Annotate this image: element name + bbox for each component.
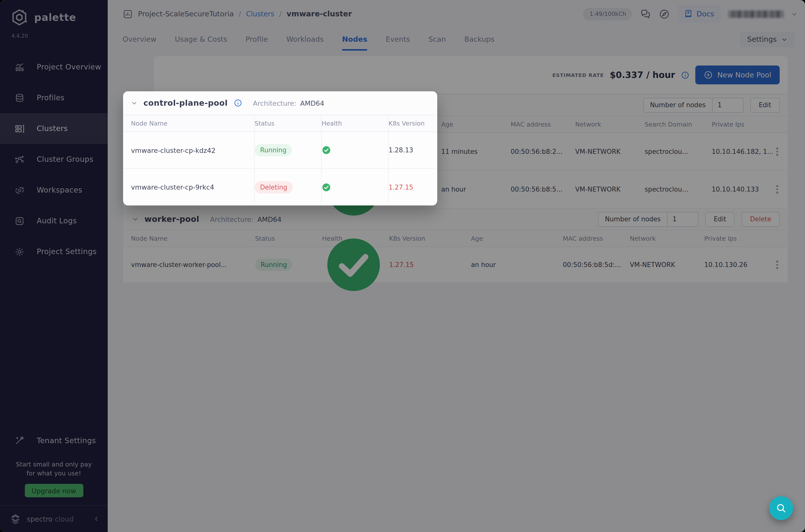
- breadcrumb-clusters-link[interactable]: Clusters: [246, 10, 274, 18]
- new-node-pool-button[interactable]: New Node Pool: [695, 65, 780, 84]
- sidebar-item-project-settings[interactable]: Project Settings: [0, 236, 108, 267]
- sidebar-item-label: Profiles: [37, 93, 64, 102]
- col-node-name: Node Name: [131, 235, 255, 242]
- number-of-nodes-input[interactable]: 1: [712, 98, 743, 112]
- server-rack-icon: [14, 123, 25, 134]
- row-menu-icon[interactable]: [774, 261, 781, 269]
- number-of-nodes-input[interactable]: 1: [667, 212, 698, 226]
- architecture-label: Architecture:: [253, 99, 296, 107]
- compass-icon[interactable]: [659, 8, 670, 20]
- health-ok-icon: [322, 233, 385, 296]
- delete-pool-button[interactable]: Delete: [742, 212, 780, 227]
- cluster-tabs: Overview Usage & Costs Profile Workloads…: [122, 28, 494, 51]
- pool-info-icon[interactable]: [233, 99, 242, 107]
- private-ips: 10.10.146.182, 1...: [712, 148, 774, 155]
- worker-pool-header: worker-pool Architecture: AMD64 Number o…: [123, 208, 788, 230]
- col-node-name: Node Name: [131, 120, 254, 127]
- tab-scan[interactable]: Scan: [428, 28, 446, 51]
- sidebar-item-label: Clusters: [37, 124, 68, 133]
- status-badge: Running: [255, 259, 292, 271]
- k8s-version: 1.28.13: [388, 132, 437, 168]
- architecture-value: AMD64: [300, 99, 324, 107]
- row-menu-icon[interactable]: [774, 148, 781, 156]
- k8s-version: 1.27.15: [388, 169, 437, 206]
- sidebar-item-cluster-groups[interactable]: Cluster Groups: [0, 144, 108, 175]
- spectro-cloud-wordmark: spectro cloud: [27, 515, 74, 523]
- chevron-down-icon[interactable]: [132, 216, 138, 222]
- number-of-nodes-label: Number of nodes: [644, 98, 712, 112]
- tools-icon: [14, 436, 25, 446]
- chevron-down-icon[interactable]: [131, 100, 137, 106]
- tab-events[interactable]: Events: [386, 28, 410, 51]
- tab-profile[interactable]: Profile: [246, 28, 268, 51]
- sidebar-collapse-icon[interactable]: [93, 516, 100, 522]
- chat-icon[interactable]: [640, 8, 651, 20]
- sidebar-item-project-overview[interactable]: Project Overview: [0, 52, 108, 82]
- spotlight-pool-header: control-plane-pool Architecture: AMD64: [123, 91, 437, 115]
- breadcrumb-current-cluster: vmware-cluster: [287, 10, 352, 18]
- sidebar-item-clusters[interactable]: Clusters: [0, 113, 108, 144]
- col-network: Network: [630, 235, 704, 242]
- control-plane-pool-spotlight-card: control-plane-pool Architecture: AMD64 N…: [123, 91, 437, 206]
- tab-nodes[interactable]: Nodes: [342, 28, 367, 51]
- new-node-pool-label: New Node Pool: [717, 71, 771, 79]
- palette-logo-icon: [10, 8, 29, 27]
- user-name-redacted[interactable]: [728, 10, 784, 18]
- edit-pool-button[interactable]: Edit: [750, 97, 780, 112]
- pool-controls: Number of nodes 1 Edit: [643, 97, 780, 112]
- magnifier-icon: [776, 503, 787, 514]
- edit-pool-button[interactable]: Edit: [705, 212, 734, 227]
- sidebar-item-audit-logs[interactable]: Audit Logs: [0, 206, 108, 236]
- rate-info-icon[interactable]: [681, 71, 690, 79]
- doc-search-icon: [14, 216, 25, 226]
- breadcrumb-project[interactable]: Project-ScaleSecureTutoria: [138, 10, 234, 18]
- usage-quota-pill: 1.49/100kCh: [583, 8, 633, 20]
- private-ips: 10.10.130.26: [704, 261, 769, 268]
- k8s-version: 1.27.15: [389, 261, 471, 268]
- brand-row: palette: [0, 0, 108, 27]
- sidebar-item-workspaces[interactable]: Workspaces: [0, 175, 108, 206]
- project-chart-icon: [122, 9, 133, 19]
- col-network: Network: [575, 120, 645, 128]
- user-menu-chevron-down-icon[interactable]: [791, 11, 798, 17]
- col-status: Status: [254, 115, 321, 132]
- upgrade-now-button[interactable]: Upgrade now: [24, 484, 83, 497]
- health-ok-icon: [322, 183, 331, 192]
- number-of-nodes-label: Number of nodes: [598, 212, 667, 226]
- docs-label: Docs: [696, 10, 714, 18]
- search-fab-button[interactable]: [769, 496, 793, 520]
- mac-address: 00:50:56:b8:5d:...: [563, 261, 630, 268]
- col-mac-address: MAC address: [563, 235, 630, 242]
- palette-app: palette 4.4.20 Project Overview: [0, 0, 805, 532]
- node-name: vmware-cluster-cp-9rkc4: [131, 183, 254, 191]
- screen: palette 4.4.20 Project Overview: [0, 0, 805, 532]
- worker-table-header: Node Name Status Health K8s Version Age …: [123, 230, 788, 247]
- pool-name: control-plane-pool: [143, 98, 228, 108]
- age: 11 minutes: [441, 148, 511, 155]
- health-ok-icon: [322, 146, 331, 155]
- docs-button[interactable]: Docs: [678, 5, 721, 23]
- network: VM-NETWORK: [575, 148, 645, 155]
- promo-text-line2: for what you use!: [7, 469, 101, 478]
- sidebar-item-tenant-settings[interactable]: Tenant Settings: [0, 426, 108, 455]
- col-search-domain: Search Domain: [645, 120, 712, 128]
- sidebar-item-profiles[interactable]: Profiles: [0, 82, 108, 113]
- tab-overview[interactable]: Overview: [122, 28, 157, 51]
- pool-controls: Number of nodes 1 Edit Delete: [598, 212, 780, 227]
- tab-backups[interactable]: Backups: [464, 28, 494, 51]
- sidebar-item-label: Audit Logs: [37, 216, 77, 225]
- cluster-settings-button[interactable]: Settings: [740, 32, 795, 47]
- tab-usage-costs[interactable]: Usage & Costs: [175, 28, 227, 51]
- col-age: Age: [441, 120, 511, 128]
- node-name: vmware-cluster-cp-kdz42: [131, 146, 254, 154]
- col-health: Health: [321, 115, 388, 132]
- search-domain: spectroclou...: [645, 148, 712, 155]
- number-of-nodes-control: Number of nodes 1: [643, 97, 743, 112]
- estimated-rate-value: $0.337 / hour: [610, 70, 675, 80]
- chevron-down-icon: [781, 36, 788, 42]
- tab-workloads[interactable]: Workloads: [286, 28, 324, 51]
- sidebar-item-label: Cluster Groups: [37, 155, 94, 164]
- app-version: 4.4.20: [12, 33, 108, 39]
- age: an hour: [471, 261, 563, 268]
- row-menu-icon[interactable]: [774, 185, 781, 193]
